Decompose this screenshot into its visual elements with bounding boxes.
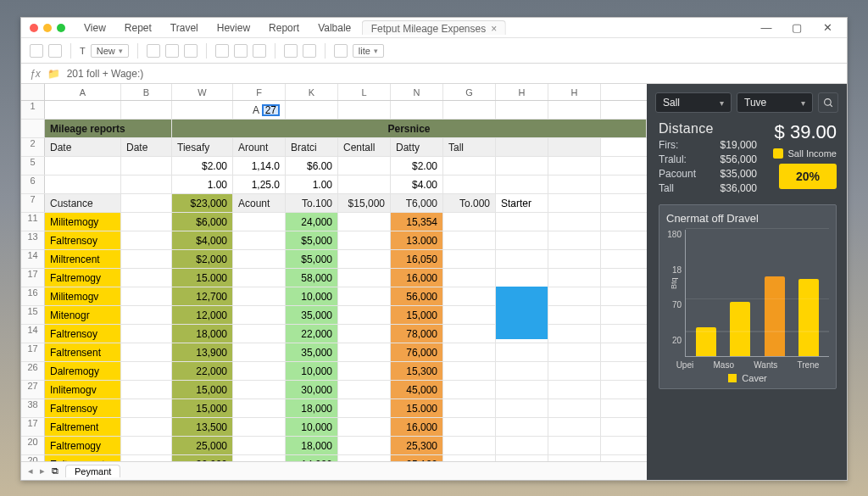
cell[interactable] (233, 306, 286, 324)
row-header[interactable]: 20 (21, 455, 45, 461)
cell[interactable] (548, 176, 601, 193)
cell[interactable]: 14,000 (286, 455, 338, 461)
cell[interactable] (443, 437, 496, 454)
col-header[interactable]: G (443, 84, 496, 100)
cell[interactable]: $6.00 (286, 157, 338, 175)
cell[interactable] (496, 250, 548, 268)
sheet-tab-icon[interactable]: ⧉ (52, 465, 58, 476)
cell[interactable]: 35,000 (286, 343, 338, 361)
cell[interactable]: Inlitemogv (45, 381, 121, 398)
cell[interactable]: Enltremeent (45, 455, 121, 461)
cell[interactable] (121, 343, 172, 361)
cell[interactable] (548, 138, 601, 156)
cell[interactable] (443, 176, 496, 193)
row-header[interactable]: 14 (21, 325, 45, 343)
bold-icon[interactable] (147, 44, 160, 58)
cell[interactable] (443, 325, 496, 343)
cell[interactable] (233, 269, 286, 287)
cell[interactable] (496, 381, 548, 398)
cell[interactable] (548, 343, 601, 361)
col-header[interactable]: H (496, 84, 548, 100)
cell[interactable]: Faltrensoy (45, 399, 121, 417)
maximize-button[interactable]: ▢ (782, 19, 811, 37)
cell[interactable]: 18,000 (286, 399, 338, 417)
cell[interactable] (548, 399, 601, 417)
cell[interactable] (121, 194, 172, 212)
underline-icon[interactable] (184, 44, 198, 58)
cell[interactable] (233, 381, 286, 398)
cell[interactable] (548, 213, 601, 231)
cell[interactable]: 10,000 (286, 418, 338, 436)
cell[interactable]: Tall (443, 138, 496, 156)
cell[interactable]: Starter (496, 194, 548, 212)
row-header[interactable]: 2 (21, 138, 45, 156)
cell[interactable] (548, 362, 601, 380)
cell[interactable] (121, 231, 172, 249)
cell[interactable] (443, 287, 496, 305)
cell[interactable] (45, 176, 121, 193)
cell[interactable] (548, 325, 601, 343)
cell[interactable]: 25,300 (391, 437, 443, 454)
document-tab[interactable]: Fetput Mileage Expenses × (362, 20, 506, 35)
cell[interactable]: 15.000 (391, 399, 443, 417)
cell[interactable] (338, 381, 391, 398)
cell[interactable] (548, 269, 601, 287)
cell[interactable]: Faltrensoy (45, 231, 121, 249)
cell[interactable] (121, 437, 172, 454)
cell[interactable] (443, 101, 496, 119)
cell[interactable] (338, 325, 391, 343)
cell[interactable] (233, 325, 286, 343)
cell[interactable]: 32,000 (172, 455, 233, 461)
cell[interactable] (338, 176, 391, 193)
cell[interactable] (121, 250, 172, 268)
cell[interactable] (496, 306, 548, 324)
cell[interactable] (233, 343, 286, 361)
cell[interactable] (496, 343, 548, 361)
align-right-icon[interactable] (253, 44, 266, 58)
cell[interactable]: A 27 (233, 101, 286, 119)
cell[interactable]: $5,000 (286, 231, 338, 249)
cell[interactable] (496, 269, 548, 287)
minimize-button[interactable]: — (752, 19, 781, 37)
cell[interactable]: 15,000 (391, 306, 443, 324)
cell[interactable]: 1.00 (286, 176, 338, 193)
cell[interactable]: 15,300 (391, 362, 443, 380)
note-dropdown[interactable]: lite (353, 44, 384, 58)
cell[interactable] (496, 138, 548, 156)
cell[interactable]: $23,000 (172, 194, 233, 212)
search-icon[interactable] (818, 92, 838, 113)
col-header[interactable]: W (172, 84, 233, 100)
cell[interactable]: $4.00 (391, 176, 443, 193)
col-header[interactable]: L (338, 84, 391, 100)
save-icon[interactable] (30, 44, 43, 58)
row-header[interactable]: 27 (21, 381, 45, 398)
cell[interactable] (496, 362, 548, 380)
row-header[interactable]: 6 (21, 176, 45, 193)
minimize-icon[interactable] (43, 24, 52, 32)
cell[interactable]: 24,000 (286, 213, 338, 231)
cell[interactable]: Faltrensoy (45, 325, 121, 343)
cell[interactable]: $4,000 (172, 231, 233, 249)
cell[interactable]: 12,700 (172, 287, 233, 305)
close-button[interactable]: ✕ (813, 19, 842, 37)
cell[interactable] (338, 455, 391, 461)
cell[interactable] (45, 101, 121, 119)
cell[interactable] (443, 306, 496, 324)
cell[interactable]: Militemogy (45, 213, 121, 231)
cell[interactable] (121, 306, 172, 324)
cell[interactable]: Arount (233, 138, 286, 156)
cell[interactable] (391, 101, 443, 119)
fill-color-icon[interactable] (284, 44, 298, 58)
row-header[interactable]: 17 (21, 269, 45, 287)
cell[interactable] (338, 287, 391, 305)
new-dropdown[interactable]: New (91, 44, 129, 58)
cell[interactable]: 16,000 (391, 269, 443, 287)
cell[interactable] (443, 381, 496, 398)
cell[interactable] (338, 362, 391, 380)
cell[interactable] (338, 231, 391, 249)
cell[interactable] (121, 213, 172, 231)
cell[interactable]: 12,000 (172, 306, 233, 324)
cell[interactable]: Bratci (286, 138, 338, 156)
cell[interactable]: Centall (338, 138, 391, 156)
row-header[interactable]: 7 (21, 194, 45, 212)
